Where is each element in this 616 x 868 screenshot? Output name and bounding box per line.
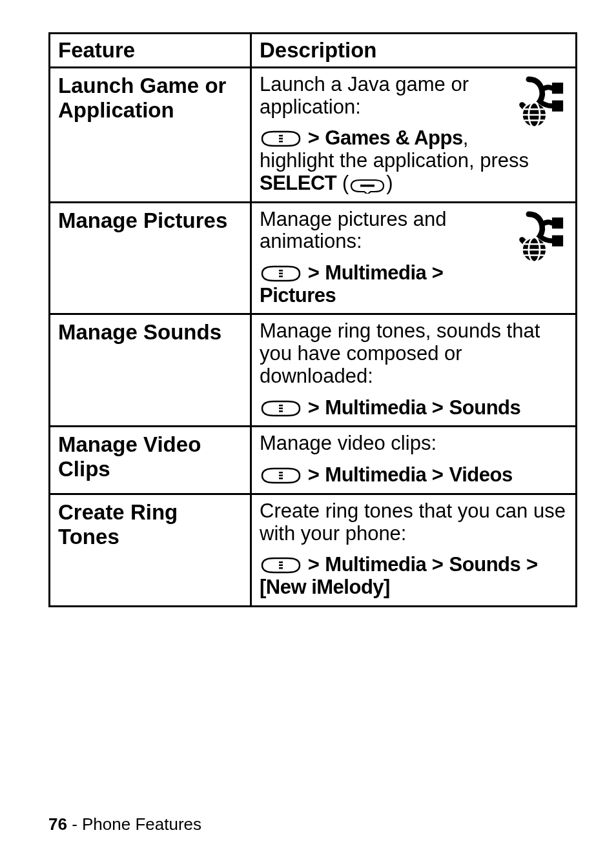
svg-rect-16 [279,472,283,474]
description-cell: Manage ring tones, sounds that you have … [251,314,577,427]
feature-name: Manage Sounds [58,320,242,345]
table-row: Manage SoundsManage ring tones, sounds t… [50,314,577,427]
feature-name: Manage Video Clips [58,432,242,481]
menu-key-icon [260,556,302,575]
table-row: Launch Game or ApplicationLaunch a Java … [50,68,577,203]
svg-rect-6 [360,185,375,187]
svg-rect-19 [279,561,283,563]
feature-cell: Manage Sounds [50,314,251,427]
description-cell: Create ring tones that you can use with … [251,494,577,606]
navigation-path: > Multimedia > Sounds > [New iMelody] [260,554,568,598]
feature-name: Launch Game or Application [58,74,242,123]
footer-section: Phone Features [82,814,201,834]
menu-key-icon [260,264,302,283]
navigation-path: > Games & Apps, highlight the applicatio… [260,127,568,194]
svg-rect-5 [279,141,283,143]
menu-key-icon [260,466,302,485]
svg-rect-11 [279,273,283,275]
table-row: Manage Video ClipsManage video clips: > … [50,427,577,494]
navigation-path: > Multimedia > Videos [260,464,568,487]
feature-cell: Create Ring Tones [50,494,251,606]
svg-rect-10 [279,270,283,272]
description-text: Create ring tones that you can use with … [260,500,568,545]
description-cell: Manage pictures and animations: > Multim… [251,202,577,314]
svg-rect-4 [279,138,283,140]
menu-key-icon [260,129,302,148]
description-cell: Launch a Java game or application: > Gam… [251,68,577,203]
feature-cell: Launch Game or Application [50,68,251,203]
description-text: Manage video clips: [260,432,568,455]
features-table: Feature Description Launch Game or Appli… [48,32,577,607]
feature-cell: Manage Pictures [50,202,251,314]
svg-rect-17 [279,475,283,477]
softkey-icon [349,178,386,194]
ota-app-icon [512,75,568,130]
svg-rect-21 [279,567,283,569]
menu-key-icon [260,399,302,418]
svg-rect-12 [279,276,283,278]
feature-name: Create Ring Tones [58,500,242,549]
page-footer: 76 - Phone Features [48,814,201,834]
navigation-path: > Multimedia > Pictures [260,262,568,307]
svg-rect-15 [279,410,283,412]
navigation-path: > Multimedia > Sounds [260,397,568,419]
features-tbody: Launch Game or ApplicationLaunch a Java … [50,68,577,607]
header-feature: Feature [50,34,251,68]
svg-rect-20 [279,565,283,567]
table-row: Manage PicturesManage pictures and anima… [50,202,577,314]
svg-rect-3 [279,135,283,137]
page-number: 76 [48,814,67,834]
header-description: Description [251,34,577,68]
svg-rect-14 [279,407,283,409]
description-text: Manage ring tones, sounds that you have … [260,320,568,387]
svg-rect-13 [279,405,283,407]
feature-cell: Manage Video Clips [50,427,251,494]
description-cell: Manage video clips: > Multimedia > Video… [251,427,577,494]
svg-rect-18 [279,478,283,479]
feature-name: Manage Pictures [58,208,242,233]
ota-app-icon [512,210,568,265]
table-row: Create Ring TonesCreate ring tones that … [50,494,577,606]
footer-sep: - [67,814,82,834]
